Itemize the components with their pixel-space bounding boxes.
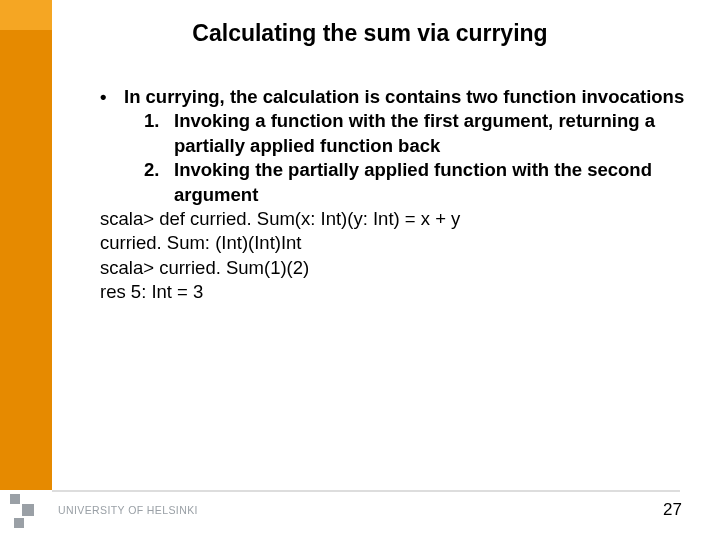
numbered-item-1: 1. Invoking a function with the first ar… — [100, 109, 690, 158]
numbered-marker: 1. — [144, 109, 174, 158]
mark-square — [22, 504, 34, 516]
page-number: 27 — [663, 500, 682, 520]
sidebar-accent-top — [0, 0, 52, 30]
mark-square — [10, 494, 20, 504]
bullet-marker: • — [100, 85, 124, 109]
institution-mark-icon — [6, 488, 50, 532]
institution-name: UNIVERSITY OF HELSINKI — [58, 504, 198, 516]
numbered-text: Invoking the partially applied function … — [174, 158, 690, 207]
numbered-marker: 2. — [144, 158, 174, 207]
bullet-line: • In currying, the calculation is contai… — [100, 85, 690, 109]
slide-title: Calculating the sum via currying — [70, 20, 700, 47]
mark-square — [14, 518, 24, 528]
code-line: scala> def curried. Sum(x: Int)(y: Int) … — [100, 207, 690, 231]
footer: UNIVERSITY OF HELSINKI 27 — [0, 476, 720, 540]
content-area: Calculating the sum via currying • In cu… — [70, 0, 700, 540]
code-line: curried. Sum: (Int)(Int)Int — [100, 231, 690, 255]
slide: Calculating the sum via currying • In cu… — [0, 0, 720, 540]
slide-body: • In currying, the calculation is contai… — [70, 85, 700, 305]
numbered-text: Invoking a function with the first argum… — [174, 109, 690, 158]
code-block: scala> def curried. Sum(x: Int)(y: Int) … — [100, 207, 690, 305]
sidebar-accent-main — [0, 30, 52, 490]
bullet-text: In currying, the calculation is contains… — [124, 85, 684, 109]
institution-logo: UNIVERSITY OF HELSINKI — [6, 488, 198, 532]
code-line: res 5: Int = 3 — [100, 280, 690, 304]
institution-logo-area: UNIVERSITY OF HELSINKI — [6, 488, 198, 532]
numbered-item-2: 2. Invoking the partially applied functi… — [100, 158, 690, 207]
code-line: scala> curried. Sum(1)(2) — [100, 256, 690, 280]
sidebar-accent — [0, 0, 52, 540]
